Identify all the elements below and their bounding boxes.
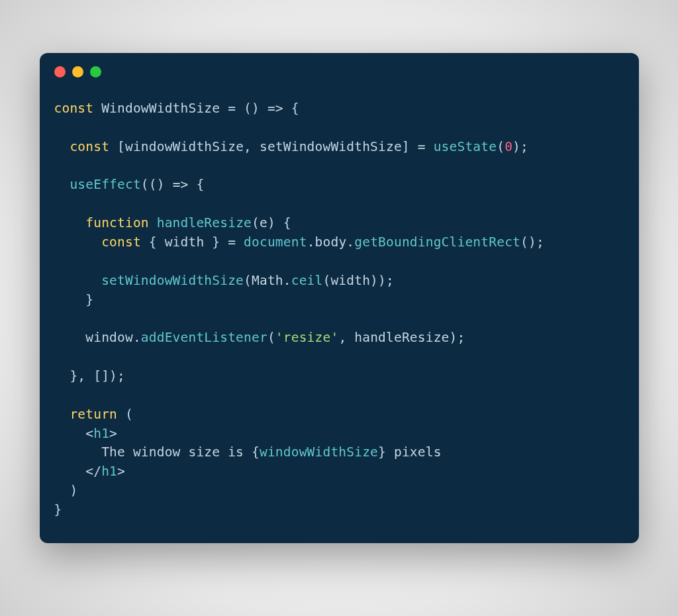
code-token: [54, 139, 70, 154]
code-token: ): [54, 483, 78, 498]
code-token: The window size is {: [54, 444, 260, 460]
code-token: } pixels: [378, 444, 442, 460]
code-token: =: [418, 139, 426, 154]
code-token: =: [228, 234, 236, 250]
code-token: windowWidthSize: [260, 444, 378, 460]
code-token: 0: [505, 139, 512, 154]
code-token: [426, 139, 434, 154]
code-token: [54, 215, 86, 231]
code-token: useState: [434, 139, 497, 154]
code-token: h1: [101, 464, 117, 479]
code-token: useEffect: [70, 177, 140, 192]
code-token: ();: [520, 234, 544, 250]
code-token: document: [244, 234, 307, 250]
code-token: (Math.: [244, 273, 291, 288]
code-token: =: [228, 101, 236, 116]
code-token: >: [117, 464, 125, 479]
close-icon[interactable]: [54, 66, 66, 77]
code-token: addEventListener: [141, 330, 267, 345]
code-token: [236, 234, 244, 250]
code-token: const: [70, 139, 117, 154]
code-token: [220, 101, 228, 116]
window-controls: [40, 53, 639, 83]
code-token: [54, 234, 102, 250]
code-token: h1: [93, 426, 109, 441]
code-token: ceil: [291, 273, 323, 288]
code-token: (: [267, 330, 275, 345]
code-token: [54, 273, 102, 288]
code-token: =>: [173, 177, 189, 192]
code-token: }: [54, 292, 94, 307]
code-token: [54, 464, 86, 479]
code-token: ((): [141, 177, 173, 192]
code-token: (e) {: [252, 215, 291, 231]
code-token: setWindowWidthSize: [101, 273, 244, 288]
code-token: =>: [267, 101, 283, 116]
code-token: {: [189, 177, 205, 192]
code-token: [windowWidthSize, setWindowWidthSize]: [117, 139, 418, 154]
code-token: <: [85, 426, 93, 441]
code-token: (): [236, 101, 267, 116]
code-token: (width));: [322, 273, 393, 288]
code-token: handleResize: [157, 215, 252, 231]
code-token: (: [497, 139, 505, 154]
code-token: }: [54, 502, 62, 517]
minimize-icon[interactable]: [72, 66, 83, 77]
code-token: const: [101, 234, 149, 250]
code-token: , handleResize);: [338, 330, 465, 345]
code-token: function: [85, 215, 156, 231]
maximize-icon[interactable]: [90, 66, 101, 77]
code-token: 'resize': [275, 330, 339, 345]
code-token: {: [283, 101, 299, 116]
code-token: [54, 407, 70, 422]
code-content: const WindowWidthSize = () => { const [w…: [40, 83, 639, 543]
code-token: }, []);: [54, 368, 125, 384]
code-token: .body.: [307, 234, 355, 250]
code-token: return: [70, 407, 117, 422]
code-token: >: [109, 426, 117, 441]
code-token: </: [85, 464, 101, 479]
code-token: WindowWidthSize: [101, 101, 220, 116]
code-window: const WindowWidthSize = () => { const [w…: [40, 53, 639, 543]
code-token: );: [512, 139, 528, 154]
code-token: getBoundingClientRect: [354, 234, 520, 250]
code-token: [54, 177, 70, 192]
code-token: { width }: [149, 234, 228, 250]
code-token: (: [117, 407, 133, 422]
code-token: window.: [54, 330, 141, 345]
code-token: const: [54, 101, 102, 116]
code-token: [54, 426, 86, 441]
